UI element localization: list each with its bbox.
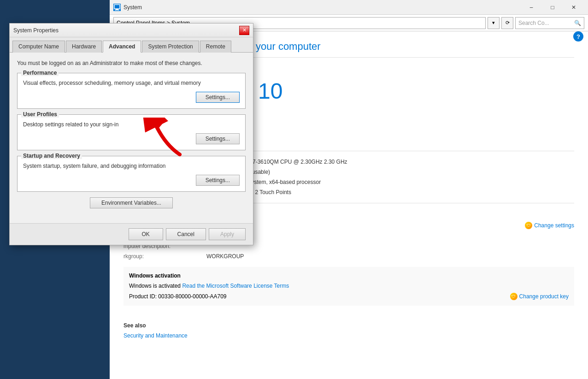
env-variables-area: Environment Variables... bbox=[17, 197, 246, 208]
dialog-overlay: System Properties ✕ Computer Name Hardwa… bbox=[0, 0, 263, 379]
search-placeholder: Search Co... bbox=[518, 20, 549, 26]
startup-recovery-title: Startup and Recovery bbox=[21, 153, 82, 159]
shield-icon: 🛡 bbox=[525, 222, 532, 229]
startup-recovery-section: Startup and Recovery System startup, sys… bbox=[17, 156, 246, 192]
startup-recovery-desc: System startup, system failure, and debu… bbox=[23, 163, 240, 169]
admin-notice: You must be logged on as an Administrato… bbox=[17, 60, 246, 66]
tab-system-protection[interactable]: System Protection bbox=[142, 41, 199, 53]
startup-recovery-settings-button[interactable]: Settings... bbox=[196, 175, 240, 186]
maximize-button[interactable]: □ bbox=[542, 0, 563, 15]
change-settings-text: Change settings bbox=[534, 222, 574, 229]
user-profiles-title: User Profiles bbox=[21, 111, 59, 118]
search-icon: 🔍 bbox=[574, 20, 581, 26]
performance-title: Performance bbox=[21, 70, 59, 76]
user-profiles-settings-button[interactable]: Settings... bbox=[196, 133, 240, 144]
cancel-button[interactable]: Cancel bbox=[166, 228, 206, 240]
tab-hardware[interactable]: Hardware bbox=[66, 41, 102, 53]
tab-computer-name[interactable]: Computer Name bbox=[12, 41, 65, 53]
performance-section: Performance Visual effects, processor sc… bbox=[17, 73, 246, 109]
ok-button[interactable]: OK bbox=[129, 228, 163, 240]
dialog-body: You must be logged on as an Administrato… bbox=[10, 53, 253, 223]
dialog-title: System Properties bbox=[13, 27, 239, 34]
help-button[interactable]: ? bbox=[573, 31, 583, 41]
dropdown-btn[interactable]: ▾ bbox=[488, 17, 500, 29]
dialog-tabs: Computer Name Hardware Advanced System P… bbox=[10, 37, 253, 53]
change-product-key-text: Change product key bbox=[519, 293, 569, 300]
change-settings-link[interactable]: 🛡 Change settings bbox=[525, 222, 574, 229]
minimize-button[interactable]: – bbox=[521, 0, 542, 15]
apply-button[interactable]: Apply bbox=[209, 228, 246, 240]
refresh-btn[interactable]: ⟳ bbox=[501, 17, 513, 29]
environment-variables-button[interactable]: Environment Variables... bbox=[90, 197, 173, 208]
user-profiles-desc: Desktop settings related to your sign-in bbox=[23, 121, 240, 128]
dialog-footer: OK Cancel Apply bbox=[10, 223, 253, 245]
tab-remote[interactable]: Remote bbox=[200, 41, 231, 53]
system-properties-dialog: System Properties ✕ Computer Name Hardwa… bbox=[9, 23, 253, 245]
startup-recovery-btn-area: Settings... bbox=[23, 175, 240, 186]
tab-advanced[interactable]: Advanced bbox=[103, 41, 141, 53]
dialog-close-button[interactable]: ✕ bbox=[239, 26, 249, 35]
close-button[interactable]: ✕ bbox=[563, 0, 584, 15]
search-field[interactable]: Search Co... 🔍 bbox=[515, 17, 584, 29]
change-product-key-link[interactable]: 🛡 Change product key bbox=[510, 293, 569, 300]
dialog-titlebar: System Properties ✕ bbox=[10, 24, 253, 37]
titlebar-controls: – □ ✕ bbox=[521, 0, 584, 15]
product-key-shield-icon: 🛡 bbox=[510, 293, 517, 300]
performance-settings-button[interactable]: Settings... bbox=[196, 92, 240, 103]
performance-desc: Visual effects, processor scheduling, me… bbox=[23, 80, 240, 86]
performance-btn-area: Settings... bbox=[23, 92, 240, 103]
user-profiles-section: User Profiles Desktop settings related t… bbox=[17, 114, 246, 150]
user-profiles-btn-area: Settings... bbox=[23, 133, 240, 144]
